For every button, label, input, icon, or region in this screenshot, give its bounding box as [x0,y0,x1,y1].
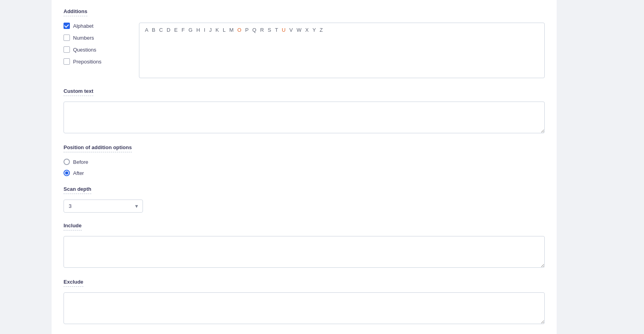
include-input[interactable] [64,236,545,268]
include-section: Include [64,222,545,269]
checkbox-numbers[interactable]: Numbers [64,35,127,41]
exclude-input[interactable] [64,292,545,324]
additions-section: Additions Alphabet Numbers Questions [64,8,545,78]
checkbox-numbers-label: Numbers [73,35,94,41]
scan-depth-select[interactable]: 1 2 3 4 5 [64,200,143,213]
checkbox-prepositions[interactable]: Prepositions [64,58,127,65]
position-label: Position of addition options [64,144,132,152]
additions-row: Alphabet Numbers Questions Prepositions [64,23,545,78]
checkbox-questions-label: Questions [73,47,96,53]
radio-before-label: Before [73,159,88,165]
radio-before[interactable]: Before [64,159,545,165]
checkbox-alphabet-input[interactable] [64,23,70,29]
right-sidebar [557,0,644,334]
position-radio-group: Before After [64,159,545,176]
radio-after-label: After [73,170,84,176]
checkbox-prepositions-input[interactable] [64,58,70,65]
exclude-section: Exclude [64,278,545,325]
checkbox-questions[interactable]: Questions [64,46,127,53]
scan-depth-label: Scan depth [64,186,91,194]
left-sidebar [0,0,52,334]
radio-after-input[interactable] [64,170,70,176]
alphabet-u: U [282,27,287,33]
alphabet-preview-text: A B C D E F G H I J K L M O P Q R S T U … [145,27,324,33]
checkbox-list: Alphabet Numbers Questions Prepositions [64,23,127,65]
checkbox-numbers-input[interactable] [64,35,70,41]
exclude-label: Exclude [64,279,83,287]
radio-before-input[interactable] [64,159,70,165]
checkbox-prepositions-label: Prepositions [73,59,102,65]
alphabet-preview-box: A B C D E F G H I J K L M O P Q R S T U … [139,23,545,78]
custom-text-section: Custom text [64,88,545,134]
custom-text-label: Custom text [64,88,93,96]
include-label: Include [64,223,82,230]
position-section: Position of addition options Before Afte… [64,144,545,176]
main-content: Additions Alphabet Numbers Questions [52,0,557,334]
alphabet-o: O [237,27,243,33]
checkbox-alphabet[interactable]: Alphabet [64,23,127,29]
scan-depth-select-wrapper: 1 2 3 4 5 ▼ [64,200,143,213]
checkbox-alphabet-label: Alphabet [73,23,93,29]
additions-label: Additions [64,8,87,16]
radio-after[interactable]: After [64,170,545,176]
custom-text-input[interactable] [64,102,545,133]
checkbox-questions-input[interactable] [64,46,70,53]
scan-depth-section: Scan depth 1 2 3 4 5 ▼ [64,186,545,213]
